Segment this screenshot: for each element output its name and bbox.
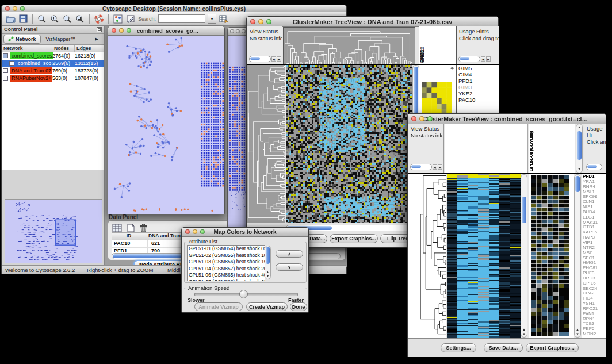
- save-floppy-icon[interactable]: [18, 14, 28, 24]
- tv2-column-dendrogram-area[interactable]: [445, 124, 528, 173]
- search-dropdown-arrow[interactable]: ▾: [208, 14, 216, 24]
- annotation-icon[interactable]: [125, 14, 136, 24]
- zoom-button[interactable]: [266, 19, 271, 24]
- scroll-down-arrow[interactable]: ▼: [265, 274, 270, 278]
- scroll-left-arrow[interactable]: ◀: [433, 164, 437, 170]
- scroll-down-arrow[interactable]: ▼: [575, 332, 580, 336]
- scroll-right-arrow[interactable]: ▶: [486, 56, 491, 62]
- mini-scrollbar[interactable]: ◀▶: [249, 56, 281, 62]
- tv2-genelist-vscrollbar[interactable]: ▲ ▼: [574, 174, 581, 338]
- delete-attribute-trash-icon[interactable]: [138, 223, 148, 233]
- zoom-button[interactable]: [242, 29, 246, 33]
- minimize-button[interactable]: [119, 28, 124, 33]
- tab-network[interactable]: Network: [3, 35, 41, 44]
- zoom-button[interactable]: [427, 116, 433, 121]
- attribute-item[interactable]: GPL51-03 (GSM856) heat shock 15 min: [188, 259, 265, 266]
- network-view-title-bar[interactable]: combined_scores_good.txt--cluste...: [108, 26, 224, 36]
- network-row[interactable]: RNAPuberNov2+ 563(0) 107847(0): [2, 75, 104, 82]
- tv2-heatmap-canvas[interactable]: [447, 174, 521, 338]
- scroll-right-arrow[interactable]: ▶: [438, 164, 442, 170]
- scroll-up-arrow[interactable]: ▲: [265, 270, 270, 274]
- import-table-icon[interactable]: [219, 14, 229, 24]
- network-graph-canvas[interactable]: [108, 36, 224, 214]
- settings-button[interactable]: Settings...: [441, 343, 476, 352]
- attribute-item[interactable]: GPL51-04 (GSM857) heat shock 20 min: [188, 266, 265, 273]
- attribute-item[interactable]: GPL51-02 (GSM855) heat shock 10 min: [188, 252, 265, 259]
- tv2-zoom-detail-canvas[interactable]: [529, 174, 574, 338]
- mini-scrollbar[interactable]: [586, 164, 602, 170]
- scroll-right-arrow[interactable]: ▶: [277, 56, 281, 62]
- export-graphics-button[interactable]: Export Graphics...: [526, 343, 579, 352]
- gene-label[interactable]: GIM5: [457, 65, 499, 71]
- zoom-in-icon[interactable]: [49, 14, 60, 24]
- scroll-left-arrow[interactable]: ◀: [481, 56, 485, 62]
- attribute-item[interactable]: GPL51-01 (GSM854) heat shock 05 min: [188, 246, 265, 252]
- attribute-item[interactable]: GPL51-06 (GSM865) heat shock 40 min: [188, 272, 265, 279]
- export-graphics-button[interactable]: Export Graphics...: [330, 234, 378, 243]
- new-attribute-icon[interactable]: [125, 223, 136, 233]
- gene-label[interactable]: GIM4: [457, 71, 499, 78]
- float-panel-icon[interactable]: [97, 27, 102, 35]
- mini-scrollbar[interactable]: ◀▶: [410, 164, 442, 170]
- tv1-heatmap-canvas[interactable]: [286, 65, 412, 223]
- minimize-button[interactable]: [419, 116, 424, 121]
- animate-vizmap-button[interactable]: Animate Vizmap: [194, 302, 243, 311]
- minimize-button[interactable]: [258, 19, 263, 24]
- close-button[interactable]: [5, 6, 10, 11]
- tv2-row-dendrogram-canvas[interactable]: [408, 174, 446, 338]
- network-row[interactable]: combined_sco 2569(6) 13112(15): [2, 60, 104, 67]
- table-mode-icon[interactable]: [112, 223, 122, 233]
- tv1-column-dendrogram-canvas[interactable]: [283, 27, 415, 65]
- search-input[interactable]: [158, 14, 205, 23]
- column-label[interactable]: PAC10: [419, 47, 425, 63]
- attribute-listbox[interactable]: GPL51-01 (GSM854) heat shock 05 minGPL51…: [187, 245, 265, 281]
- tv2-labels-vscrollbar[interactable]: ▲ ▼: [576, 124, 583, 173]
- scroll-down-arrow[interactable]: ▼: [521, 332, 527, 336]
- vizmapper-node-icon[interactable]: [113, 14, 123, 24]
- tab-vizmapper[interactable]: VizMapper™: [42, 35, 80, 43]
- zoom-button[interactable]: [200, 229, 205, 234]
- minimize-button[interactable]: [193, 229, 197, 234]
- scroll-left-arrow[interactable]: ◀: [271, 56, 276, 62]
- treeview2-title-bar[interactable]: ClusterMaker TreeView : combined_scores_…: [408, 114, 606, 124]
- slider-thumb[interactable]: [239, 290, 248, 298]
- zoom-fit-icon[interactable]: [62, 14, 72, 24]
- zoom-button[interactable]: [127, 28, 131, 33]
- done-button[interactable]: Done: [290, 302, 307, 311]
- gene-label[interactable]: MON2: [582, 332, 606, 337]
- move-up-button[interactable]: ∧: [276, 250, 303, 258]
- gene-label[interactable]: PFD1: [457, 78, 499, 84]
- zoom-button[interactable]: [20, 6, 25, 11]
- network-row[interactable]: DNA and Tran 07 769(0) 183728(0): [2, 67, 104, 75]
- network-row[interactable]: combined_scores 2764(0) 16218(0): [2, 52, 104, 60]
- create-vizmap-button[interactable]: Create Vizmap: [246, 302, 288, 311]
- scroll-up-arrow[interactable]: ▲: [521, 328, 527, 332]
- scroll-up-arrow[interactable]: ▲: [575, 328, 580, 332]
- scroll-down-arrow[interactable]: ▼: [576, 167, 582, 171]
- scroll-up-arrow[interactable]: ▲: [576, 125, 582, 129]
- minimize-button[interactable]: [13, 6, 17, 11]
- zoom-out-icon[interactable]: [37, 14, 47, 24]
- minimize-button[interactable]: [236, 29, 240, 33]
- dialog-title-bar[interactable]: Map Colors to Network: [182, 228, 308, 237]
- close-button[interactable]: [230, 29, 234, 33]
- tv2-heatmap-vscrollbar[interactable]: ▲ ▼: [521, 174, 527, 338]
- close-button[interactable]: [185, 229, 190, 234]
- attribute-list-scrollbar[interactable]: ▲ ▼: [265, 246, 271, 279]
- attribute-item[interactable]: GPL51-07 (GSM868) heat shock 60 min: [188, 279, 265, 282]
- zoom-selected-icon[interactable]: [75, 14, 85, 24]
- mini-scroll-arrows[interactable]: ◀▶: [450, 66, 454, 70]
- close-button[interactable]: [411, 116, 416, 121]
- close-button[interactable]: [250, 19, 255, 24]
- treeview1-title-bar[interactable]: ClusterMaker TreeView : DNA and Tran 07-…: [247, 17, 498, 27]
- help-lifesaver-icon[interactable]: [94, 14, 104, 24]
- save-data-button[interactable]: Save Data...: [484, 343, 523, 352]
- open-folder-icon[interactable]: [5, 14, 16, 24]
- close-button[interactable]: [112, 28, 116, 33]
- gene-label[interactable]: GIM3: [457, 84, 499, 90]
- network-overview-canvas[interactable]: [5, 199, 102, 263]
- tab-overflow-arrow[interactable]: ▶: [91, 35, 102, 43]
- tv1-similarity-matrix-canvas[interactable]: [422, 82, 452, 114]
- background-window-title-bar[interactable]: [228, 28, 248, 36]
- mini-scrollbar[interactable]: ◀▶: [458, 56, 491, 62]
